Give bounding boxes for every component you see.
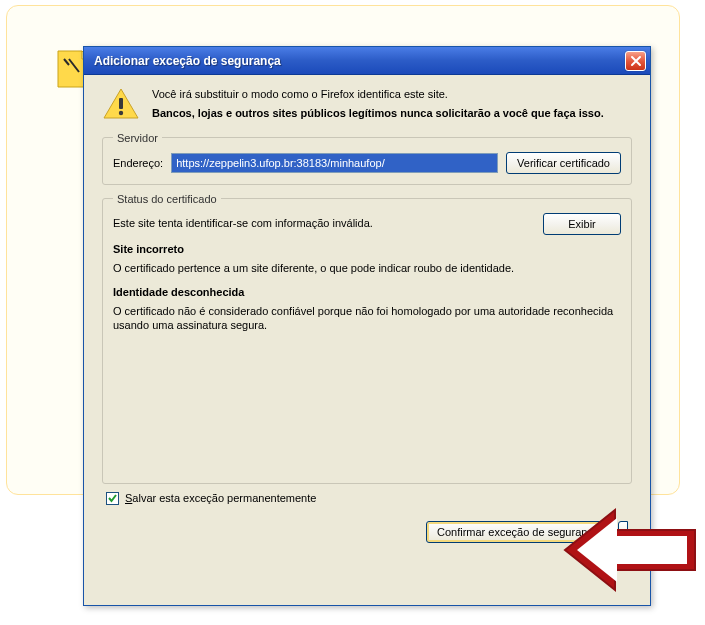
header-section: Você irá substituir o modo como o Firefo… bbox=[102, 87, 632, 122]
confirm-exception-button[interactable]: Confirmar exceção de segurança bbox=[426, 521, 610, 543]
svg-rect-0 bbox=[119, 98, 123, 109]
close-icon bbox=[630, 55, 642, 67]
checkbox-label: Salvar esta exceção permanentemente bbox=[125, 492, 316, 504]
unknown-identity-heading: Identidade desconhecida bbox=[113, 286, 621, 298]
intro-line-1: Você irá substituir o modo como o Firefo… bbox=[152, 87, 632, 102]
svg-point-1 bbox=[119, 111, 123, 115]
cancel-button-partial[interactable] bbox=[618, 521, 628, 543]
close-button[interactable] bbox=[625, 51, 646, 71]
intro-line-2: Bancos, lojas e outros sites públicos le… bbox=[152, 106, 632, 121]
address-label: Endereço: bbox=[113, 157, 163, 169]
invalid-info-text: Este site tenta identificar-se com infor… bbox=[113, 216, 373, 231]
verify-cert-button[interactable]: Verificar certificado bbox=[506, 152, 621, 174]
dialog-body: Você irá substituir o modo como o Firefo… bbox=[84, 75, 650, 553]
save-permanently-checkbox[interactable]: Salvar esta exceção permanentemente bbox=[106, 492, 632, 505]
security-exception-dialog: Adicionar exceção de segurança Você irá … bbox=[83, 46, 651, 606]
checkbox-box bbox=[106, 492, 119, 505]
header-text: Você irá substituir o modo como o Firefo… bbox=[152, 87, 632, 122]
dialog-title: Adicionar exceção de segurança bbox=[94, 54, 281, 68]
exhibit-button[interactable]: Exibir bbox=[543, 213, 621, 235]
wrong-site-text: O certificado pertence a um site diferen… bbox=[113, 261, 621, 276]
unknown-identity-text: O certificado não é considerado confiáve… bbox=[113, 304, 621, 334]
server-fieldset: Servidor Endereço: Verificar certificado bbox=[102, 132, 632, 185]
check-icon bbox=[107, 493, 118, 504]
status-fieldset: Status do certificado Este site tenta id… bbox=[102, 193, 632, 484]
warning-icon bbox=[102, 87, 140, 122]
status-legend: Status do certificado bbox=[113, 193, 221, 205]
server-legend: Servidor bbox=[113, 132, 162, 144]
wrong-site-heading: Site incorreto bbox=[113, 243, 621, 255]
address-input[interactable] bbox=[171, 153, 498, 173]
titlebar: Adicionar exceção de segurança bbox=[84, 47, 650, 75]
